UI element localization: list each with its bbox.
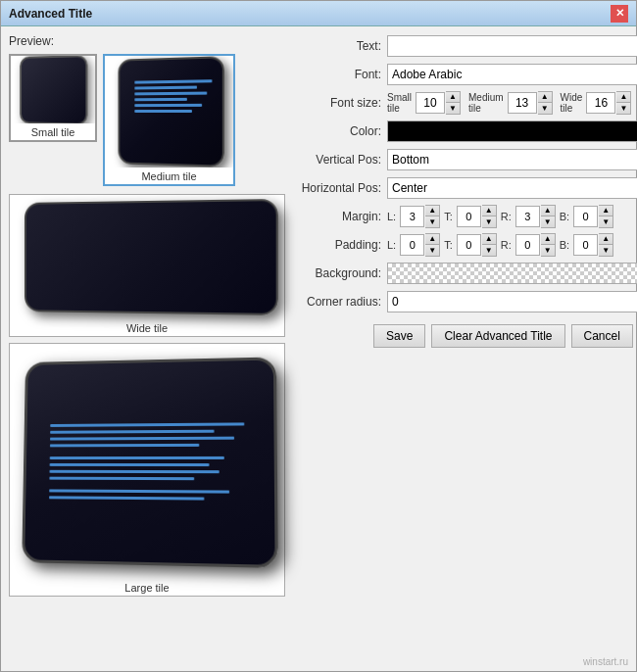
medium-tile-spinner: ▲ ▼	[508, 91, 553, 115]
padding-b-up[interactable]: ▲	[599, 234, 612, 245]
margin-b-down[interactable]: ▼	[599, 216, 612, 227]
padding-r-buttons: ▲ ▼	[541, 233, 556, 257]
large-tile-label: Large tile	[10, 579, 284, 596]
padding-label: Padding:	[293, 238, 381, 252]
margin-label: Margin:	[293, 210, 381, 223]
background-row: Background: ▼	[293, 262, 637, 285]
margin-l-up[interactable]: ▲	[425, 206, 439, 216]
vertical-pos-select[interactable]: Bottom Top Center	[387, 149, 637, 170]
color-swatch[interactable]	[387, 120, 637, 142]
padding-l-input[interactable]	[400, 234, 424, 256]
margin-t-up[interactable]: ▲	[482, 206, 496, 216]
preview-label: Preview:	[9, 34, 285, 48]
small-tile-label: Small tile	[11, 123, 95, 140]
medium-tile-size-input[interactable]	[508, 92, 537, 114]
margin-r-input[interactable]	[515, 206, 540, 227]
small-tile-size-down[interactable]: ▼	[446, 103, 460, 114]
margin-l-spinner: ▲ ▼	[400, 205, 440, 228]
margin-t-down[interactable]: ▼	[482, 216, 496, 227]
save-button[interactable]: Save	[373, 324, 425, 348]
margin-row: Margin: L: ▲ ▼ T: ▲	[293, 205, 637, 228]
wide-tile-size-down[interactable]: ▼	[616, 103, 630, 114]
horizontal-pos-row: Horizontal Pos: Center Left Right	[293, 176, 637, 200]
margin-r-spinner: ▲ ▼	[515, 205, 556, 228]
padding-t-input[interactable]	[457, 234, 481, 256]
margin-r-up[interactable]: ▲	[541, 206, 555, 216]
padding-row: Padding: L: ▲ ▼ T: ▲	[293, 233, 637, 257]
vertical-pos-label: Vertical Pos:	[293, 153, 381, 167]
text-input[interactable]	[387, 35, 637, 57]
padding-r-down[interactable]: ▼	[541, 245, 555, 256]
font-select[interactable]: Adobe Arabic	[387, 64, 637, 85]
color-row: Color: ▼	[293, 120, 637, 143]
background-picker: ▼	[387, 263, 637, 284]
corner-radius-control: ▲ ▼	[387, 290, 637, 313]
font-size-row: Font size: Small tile ▲ ▼ Medium tile	[293, 91, 637, 115]
medium-tile-size-up[interactable]: ▲	[538, 92, 552, 103]
margin-b-up[interactable]: ▲	[599, 206, 612, 216]
horizontal-pos-label: Horizontal Pos:	[293, 181, 381, 195]
margin-l-input[interactable]	[400, 206, 424, 227]
small-tile-preview	[11, 56, 95, 123]
padding-b-down[interactable]: ▼	[599, 245, 612, 256]
wide-tile-spinner: ▲ ▼	[586, 91, 631, 115]
medium-tile-label: Medium tile	[105, 168, 233, 184]
wide-tile-size-up[interactable]: ▲	[616, 92, 630, 103]
margin-r-down[interactable]: ▼	[541, 216, 555, 227]
font-size-label: Font size:	[293, 96, 381, 110]
padding-r-up[interactable]: ▲	[541, 234, 555, 245]
corner-radius-input[interactable]	[387, 291, 637, 312]
margin-r-buttons: ▲ ▼	[541, 205, 556, 228]
margin-l-label: L:	[387, 211, 396, 222]
padding-r-spinner: ▲ ▼	[515, 233, 556, 257]
padding-t-label: T:	[444, 239, 453, 251]
padding-t-up[interactable]: ▲	[482, 234, 496, 245]
padding-t-spinner: ▲ ▼	[457, 233, 497, 257]
text-row: Text:	[293, 34, 637, 58]
padding-r-input[interactable]	[515, 234, 540, 256]
font-size-controls: Small tile ▲ ▼ Medium tile ▲ ▼	[387, 91, 637, 115]
padding-b-input[interactable]	[573, 234, 598, 256]
small-tile-box[interactable]: Small tile	[9, 54, 97, 142]
wide-tile-spinner-buttons: ▲ ▼	[616, 91, 631, 115]
small-tile-size-up[interactable]: ▲	[446, 92, 460, 103]
margin-l-down[interactable]: ▼	[425, 216, 439, 227]
title-bar: Advanced Title ✕	[1, 1, 636, 26]
close-button[interactable]: ✕	[611, 5, 628, 23]
padding-l-down[interactable]: ▼	[425, 245, 439, 256]
large-tile-wrapper: Large tile	[9, 343, 285, 597]
padding-b-buttons: ▲ ▼	[599, 233, 613, 257]
small-tile-size-label: Small tile	[387, 92, 412, 114]
margin-r-label: R:	[501, 211, 512, 222]
margin-l-buttons: ▲ ▼	[425, 205, 440, 228]
preview-panel: Preview: Small tile	[9, 34, 285, 648]
padding-controls: L: ▲ ▼ T: ▲ ▼	[387, 233, 613, 257]
small-tile-image	[20, 56, 87, 123]
medium-tile-size-label: Medium tile	[468, 92, 504, 114]
padding-t-down[interactable]: ▼	[482, 245, 496, 256]
corner-radius-spinner-group: ▲ ▼	[387, 290, 637, 313]
cancel-button[interactable]: Cancel	[571, 324, 633, 348]
action-buttons: Save Clear Advanced Title Cancel	[293, 324, 637, 348]
color-control: ▼	[387, 120, 637, 142]
window-title: Advanced Title	[9, 7, 92, 21]
margin-b-input[interactable]	[573, 206, 598, 227]
margin-b-spinner: ▲ ▼	[573, 205, 613, 228]
clear-advanced-title-button[interactable]: Clear Advanced Title	[431, 324, 564, 348]
medium-tile-spinner-buttons: ▲ ▼	[538, 91, 553, 115]
margin-t-input[interactable]	[457, 206, 481, 227]
medium-tile-image	[118, 56, 223, 168]
footer: winstart.ru	[1, 655, 636, 671]
padding-r-label: R:	[501, 239, 512, 251]
horizontal-pos-control: Center Left Right	[387, 177, 637, 199]
small-tile-size-input[interactable]	[416, 92, 445, 114]
wide-tile-size-input[interactable]	[586, 92, 615, 114]
corner-radius-row: Corner radius: ▲ ▼	[293, 290, 637, 313]
background-swatch[interactable]	[387, 263, 637, 284]
small-tile-spinner-buttons: ▲ ▼	[446, 91, 461, 115]
medium-tile-box[interactable]: Medium tile	[103, 54, 235, 186]
medium-tile-size-down[interactable]: ▼	[538, 103, 552, 114]
padding-l-up[interactable]: ▲	[425, 234, 439, 245]
background-label: Background:	[293, 266, 381, 280]
horizontal-pos-select[interactable]: Center Left Right	[387, 177, 637, 199]
